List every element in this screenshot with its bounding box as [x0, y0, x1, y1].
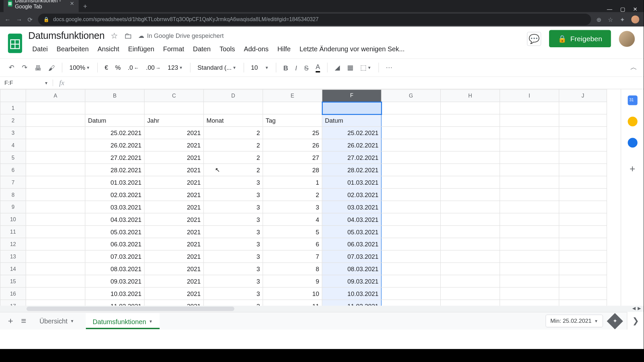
column-header-D[interactable]: D	[204, 89, 263, 102]
cell-E12[interactable]: 6	[263, 238, 322, 250]
italic-button[interactable]: I	[292, 62, 300, 73]
cell-E3[interactable]: 25	[263, 127, 322, 139]
row-header-8[interactable]: 8	[0, 188, 26, 201]
row-header-9[interactable]: 9	[0, 201, 26, 213]
cell-H16[interactable]	[440, 287, 500, 300]
quick-stat[interactable]: Min: 25.02.2021 ▼	[545, 314, 603, 327]
cell-C3[interactable]: 2021	[144, 127, 204, 139]
cell-J17[interactable]	[559, 300, 607, 306]
cell-D15[interactable]: 3	[204, 275, 263, 287]
chevron-down-icon[interactable]: ▼	[70, 319, 74, 323]
cell-E4[interactable]: 26	[263, 139, 322, 152]
cell-J8[interactable]	[559, 188, 607, 201]
currency-button[interactable]: €	[102, 62, 111, 73]
cell-D6[interactable]: 2	[204, 164, 263, 176]
row-header-15[interactable]: 15	[0, 275, 26, 287]
cell-F15[interactable]: 09.03.2021	[322, 275, 381, 287]
cell-E10[interactable]: 4	[263, 213, 322, 226]
cell-B13[interactable]: 07.03.2021	[85, 250, 145, 263]
percent-button[interactable]: %	[112, 62, 123, 73]
cell-I9[interactable]	[500, 201, 559, 213]
cell-F3[interactable]: 25.02.2021	[322, 127, 381, 139]
cell-D11[interactable]: 3	[204, 226, 263, 238]
cell-E14[interactable]: 8	[263, 263, 322, 275]
decrease-decimal-button[interactable]: .0←	[125, 62, 142, 73]
strikethrough-button[interactable]: S	[302, 62, 311, 73]
cell-D8[interactable]: 3	[204, 188, 263, 201]
cell-J16[interactable]	[559, 287, 607, 300]
cell-H7[interactable]	[440, 176, 500, 188]
cell-D3[interactable]: 2	[204, 127, 263, 139]
cell-I1[interactable]	[500, 102, 559, 114]
cell-I16[interactable]	[500, 287, 559, 300]
cell-D12[interactable]: 3	[204, 238, 263, 250]
cell-B5[interactable]: 27.02.2021	[85, 151, 145, 164]
cell-A7[interactable]	[26, 176, 85, 188]
cell-G5[interactable]	[381, 151, 441, 164]
cell-C17[interactable]: 2021	[144, 300, 204, 306]
cell-E8[interactable]: 2	[263, 188, 322, 201]
cell-G17[interactable]	[381, 300, 441, 306]
cell-B8[interactable]: 02.03.2021	[85, 188, 145, 201]
bookmark-icon[interactable]: ☆	[608, 16, 613, 23]
cell-D16[interactable]: 3	[204, 287, 263, 300]
cell-F2[interactable]: Datum	[322, 114, 381, 127]
cell-I4[interactable]	[500, 139, 559, 152]
row-header-14[interactable]: 14	[0, 263, 26, 275]
cell-B4[interactable]: 26.02.2021	[85, 139, 145, 152]
cell-A17[interactable]	[26, 300, 85, 306]
row-header-5[interactable]: 5	[0, 151, 26, 164]
cell-B9[interactable]: 03.03.2021	[85, 201, 145, 213]
cell-G9[interactable]	[381, 201, 441, 213]
cell-C15[interactable]: 2021	[144, 275, 204, 287]
new-tab-button[interactable]: +	[79, 1, 92, 12]
browser-tab[interactable]: ▦ Datumsfunktionen - Google Tab ✕	[4, 0, 79, 12]
cell-I12[interactable]	[500, 238, 559, 250]
text-color-button[interactable]: A	[313, 61, 323, 74]
zoom-select[interactable]: 100% ▼	[67, 62, 93, 73]
cell-A12[interactable]	[26, 238, 85, 250]
cell-J7[interactable]	[559, 176, 607, 188]
cell-D14[interactable]: 3	[204, 263, 263, 275]
cell-A8[interactable]	[26, 188, 85, 201]
cell-E7[interactable]: 1	[263, 176, 322, 188]
column-header-F[interactable]: F	[322, 89, 381, 102]
cell-G1[interactable]	[381, 102, 441, 114]
menu-help[interactable]: Hilfe	[273, 43, 294, 54]
all-sheets-button[interactable]: ≡	[19, 314, 28, 328]
cell-B16[interactable]: 10.03.2021	[85, 287, 145, 300]
menu-file[interactable]: Datei	[28, 43, 52, 54]
cell-G14[interactable]	[381, 263, 441, 275]
cell-E5[interactable]: 27	[263, 151, 322, 164]
cell-H1[interactable]	[440, 102, 500, 114]
browser-profile-avatar[interactable]	[631, 15, 639, 23]
cell-H2[interactable]	[440, 114, 500, 127]
row-header-11[interactable]: 11	[0, 226, 26, 238]
star-icon[interactable]: ☆	[111, 31, 118, 41]
cell-I17[interactable]	[500, 300, 559, 306]
cell-B10[interactable]: 04.03.2021	[85, 213, 145, 226]
document-title[interactable]: Datumsfunktionen	[28, 30, 104, 42]
cell-C11[interactable]: 2021	[144, 226, 204, 238]
cell-E9[interactable]: 3	[263, 201, 322, 213]
cell-G7[interactable]	[381, 176, 441, 188]
minimize-icon[interactable]: —	[607, 6, 612, 12]
add-sheet-button[interactable]: +	[6, 314, 15, 328]
cell-H8[interactable]	[440, 188, 500, 201]
cell-H14[interactable]	[440, 263, 500, 275]
cell-C5[interactable]: 2021	[144, 151, 204, 164]
cell-I8[interactable]	[500, 188, 559, 201]
row-header-4[interactable]: 4	[0, 139, 26, 152]
column-header-C[interactable]: C	[144, 89, 204, 102]
font-select[interactable]: Standard (... ▼	[195, 62, 239, 73]
zoom-icon[interactable]: ⊕	[596, 16, 602, 23]
cell-F6[interactable]: 28.02.2021	[322, 164, 381, 176]
cell-C12[interactable]: 2021	[144, 238, 204, 250]
cell-J1[interactable]	[559, 102, 607, 114]
cell-E2[interactable]: Tag	[263, 114, 322, 127]
bold-button[interactable]: B	[281, 62, 291, 73]
row-header-12[interactable]: 12	[0, 238, 26, 250]
cell-G3[interactable]	[381, 127, 441, 139]
cell-I15[interactable]	[500, 275, 559, 287]
cell-D7[interactable]: 3	[204, 176, 263, 188]
